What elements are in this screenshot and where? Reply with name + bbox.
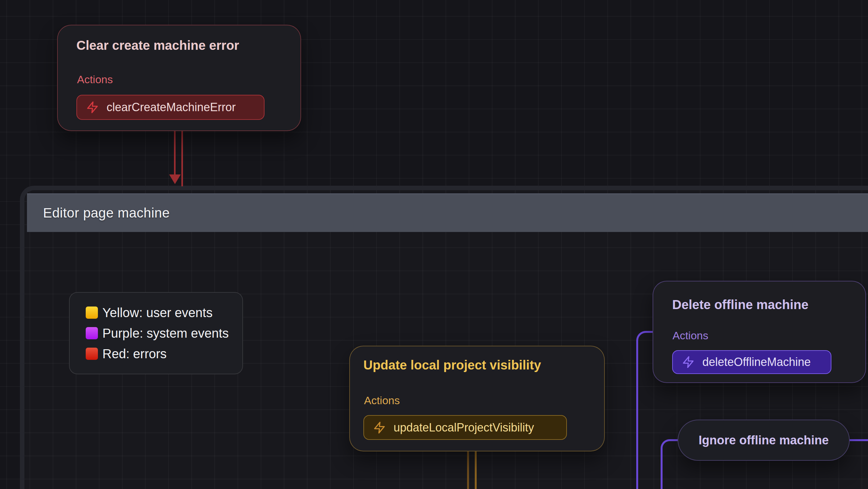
machine-header[interactable]: Editor page machine <box>27 194 868 232</box>
error-edge-return-line <box>181 131 183 186</box>
legend-item-errors: Red: errors <box>86 347 242 361</box>
action-label: clearCreateMachineError <box>106 100 236 114</box>
red-square-icon <box>86 348 98 360</box>
actions-section-label: Actions <box>77 73 113 86</box>
action-chip-deleteOfflineMachine[interactable]: deleteOfflineMachine <box>672 350 831 374</box>
legend-item-user-events: Yellow: user events <box>86 306 242 320</box>
state-node-delete-offline-machine[interactable]: Delete offline machine Actions deleteOff… <box>653 281 866 383</box>
yellow-square-icon <box>86 307 98 319</box>
purple-square-icon <box>86 327 98 339</box>
user-event-edge-return-line <box>475 451 477 489</box>
legend-note[interactable]: Yellow: user events Purple: system event… <box>69 292 243 374</box>
state-title: Clear create machine error <box>76 38 239 53</box>
legend-item-system-events: Purple: system events <box>86 326 242 341</box>
lightning-icon <box>682 356 695 369</box>
error-edge-line <box>174 131 176 175</box>
state-node-clear-create-machine-error[interactable]: Clear create machine error Actions clear… <box>57 25 301 131</box>
action-label: updateLocalProjectVisibility <box>394 421 534 434</box>
state-title: Update local project visibility <box>363 358 541 372</box>
actions-section-label: Actions <box>673 329 709 342</box>
legend-label: Purple: system events <box>102 326 229 341</box>
action-chip-clearCreateMachineError[interactable]: clearCreateMachineError <box>76 95 265 120</box>
system-event-edge-ignore-machine-right <box>850 439 868 441</box>
user-event-edge-line <box>467 451 469 489</box>
machine-title: Editor page machine <box>43 205 170 221</box>
error-edge-arrowhead-icon <box>169 174 181 184</box>
legend-label: Red: errors <box>102 347 166 361</box>
system-event-edge-delete-machine <box>636 331 653 489</box>
diagram-canvas[interactable]: Editor page machine Clear create machine… <box>0 0 868 489</box>
lightning-icon <box>373 421 386 434</box>
action-chip-updateLocalProjectVisibility[interactable]: updateLocalProjectVisibility <box>363 415 567 440</box>
state-node-update-local-project-visibility[interactable]: Update local project visibility Actions … <box>349 346 605 452</box>
system-event-edge-ignore-machine-left <box>661 439 678 489</box>
state-node-ignore-offline-machine[interactable]: Ignore offline machine <box>678 420 850 461</box>
lightning-icon <box>86 101 99 114</box>
legend-label: Yellow: user events <box>102 306 213 320</box>
state-title: Delete offline machine <box>672 297 809 312</box>
action-label: deleteOfflineMachine <box>702 355 811 369</box>
state-title: Ignore offline machine <box>699 433 829 447</box>
actions-section-label: Actions <box>364 394 400 407</box>
